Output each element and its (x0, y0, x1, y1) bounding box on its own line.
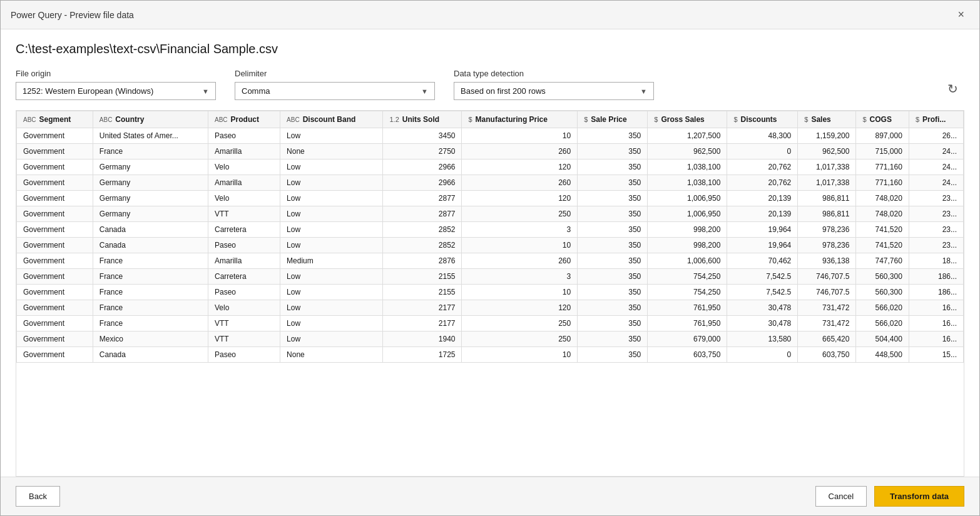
table-cell: France (93, 300, 208, 316)
close-button[interactable]: × (952, 7, 969, 23)
table-cell: 7,542.5 (727, 269, 798, 285)
table-cell: Canada (93, 347, 208, 363)
sale-price-col-label: Sale Price (591, 115, 626, 124)
delimiter-dropdown[interactable]: Comma ▼ (235, 82, 435, 100)
table-cell: Germany (93, 159, 208, 175)
data-type-chevron-icon: ▼ (640, 88, 647, 95)
table-cell: Government (17, 128, 93, 144)
mfg-price-col-type-icon: $ (468, 116, 472, 123)
table-cell: 746,707.5 (798, 285, 856, 300)
table-cell: None (280, 347, 383, 363)
table-cell: Government (17, 285, 93, 300)
table-cell: 1,017,338 (798, 159, 856, 175)
table-cell: Mexico (93, 331, 208, 347)
discounts-col-header: $Discounts (727, 111, 798, 128)
table-cell: 731,472 (798, 316, 856, 331)
table-cell: 350 (578, 316, 648, 331)
table-cell: Low (280, 191, 383, 206)
table-cell: 24... (909, 175, 963, 191)
table-cell: 986,811 (798, 206, 856, 222)
segment-col-label: Segment (39, 115, 71, 124)
table-cell: 603,750 (798, 347, 856, 363)
table-cell: Germany (93, 206, 208, 222)
table-cell: 20,762 (727, 159, 798, 175)
table-cell: 120 (462, 159, 578, 175)
table-cell: 2877 (383, 191, 462, 206)
table-cell: 560,300 (856, 285, 909, 300)
table-cell: 19,964 (727, 222, 798, 238)
table-cell: 897,000 (856, 128, 909, 144)
table-row: GovernmentGermanyAmarillaLow29662603501,… (17, 175, 964, 191)
table-cell: Germany (93, 191, 208, 206)
back-button[interactable]: Back (16, 486, 60, 507)
table-cell: 16... (909, 300, 963, 316)
table-cell: 23... (909, 222, 963, 238)
file-origin-label: File origin (16, 69, 216, 78)
table-cell: 566,020 (856, 316, 909, 331)
table-cell: 30,478 (727, 316, 798, 331)
content-area: C:\test-examples\text-csv\Financial Samp… (1, 29, 979, 477)
table-cell: 3 (462, 222, 578, 238)
discount-band-col-header: ABCDiscount Band (280, 111, 383, 128)
table-cell: Amarilla (208, 253, 280, 269)
table-cell: Velo (208, 191, 280, 206)
table-cell: 2750 (383, 144, 462, 159)
table-cell: 1,159,200 (798, 128, 856, 144)
product-col-label: Product (231, 115, 259, 124)
transform-data-button[interactable]: Transform data (874, 486, 964, 507)
dialog: Power Query - Preview file data × C:\tes… (0, 0, 980, 516)
file-path: C:\test-examples\text-csv\Financial Samp… (16, 42, 964, 56)
cancel-button[interactable]: Cancel (815, 486, 867, 507)
table-cell: 10 (462, 285, 578, 300)
table-cell: 936,138 (798, 253, 856, 269)
table-cell: 2177 (383, 316, 462, 331)
country-col-type-icon: ABC (100, 116, 113, 123)
data-type-dropdown[interactable]: Based on first 200 rows ▼ (454, 82, 654, 100)
sales-col-header: $Sales (798, 111, 856, 128)
segment-col-header: ABCSegment (17, 111, 93, 128)
table-cell: 10 (462, 238, 578, 253)
table-cell: Paseo (208, 347, 280, 363)
table-cell: Low (280, 159, 383, 175)
file-origin-group: File origin 1252: Western European (Wind… (16, 69, 216, 100)
table-cell: 3450 (383, 128, 462, 144)
units-sold-col-header: 1.2Units Sold (383, 111, 462, 128)
table-cell: Carretera (208, 222, 280, 238)
table-cell: 715,000 (856, 144, 909, 159)
table-cell: 23... (909, 206, 963, 222)
options-row: File origin 1252: Western European (Wind… (16, 69, 964, 100)
data-table-container[interactable]: ABCSegmentABCCountryABCProductABCDiscoun… (16, 110, 964, 477)
table-cell: 0 (727, 144, 798, 159)
table-cell: Carretera (208, 269, 280, 285)
delimiter-label: Delimiter (235, 69, 435, 78)
table-cell: 24... (909, 144, 963, 159)
table-cell: Amarilla (208, 144, 280, 159)
table-header-row: ABCSegmentABCCountryABCProductABCDiscoun… (17, 111, 964, 128)
table-row: GovernmentMexicoVTTLow1940250350679,0001… (17, 331, 964, 347)
gross-sales-col-header: $Gross Sales (648, 111, 727, 128)
profit-col-label: Profi... (922, 115, 946, 124)
file-origin-dropdown[interactable]: 1252: Western European (Windows) ▼ (16, 82, 216, 100)
sales-col-label: Sales (811, 115, 830, 124)
table-cell: 1725 (383, 347, 462, 363)
table-cell: Low (280, 206, 383, 222)
table-cell: 20,139 (727, 206, 798, 222)
table-cell: Low (280, 128, 383, 144)
table-cell: Low (280, 269, 383, 285)
discount-band-col-type-icon: ABC (287, 116, 300, 123)
table-cell: Velo (208, 300, 280, 316)
table-cell: Low (280, 238, 383, 253)
table-row: GovernmentGermanyVeloLow29661203501,038,… (17, 159, 964, 175)
table-cell: 48,300 (727, 128, 798, 144)
table-cell: None (280, 144, 383, 159)
table-cell: Low (280, 316, 383, 331)
table-cell: 1940 (383, 331, 462, 347)
table-cell: 741,520 (856, 222, 909, 238)
table-row: GovernmentCanadaCarreteraLow28523350998,… (17, 222, 964, 238)
table-row: GovernmentFranceVeloLow2177120350761,950… (17, 300, 964, 316)
refresh-button[interactable]: ↻ (941, 78, 964, 100)
table-cell: Amarilla (208, 175, 280, 191)
table-cell: Paseo (208, 238, 280, 253)
table-cell: 2876 (383, 253, 462, 269)
table-cell: 748,020 (856, 191, 909, 206)
